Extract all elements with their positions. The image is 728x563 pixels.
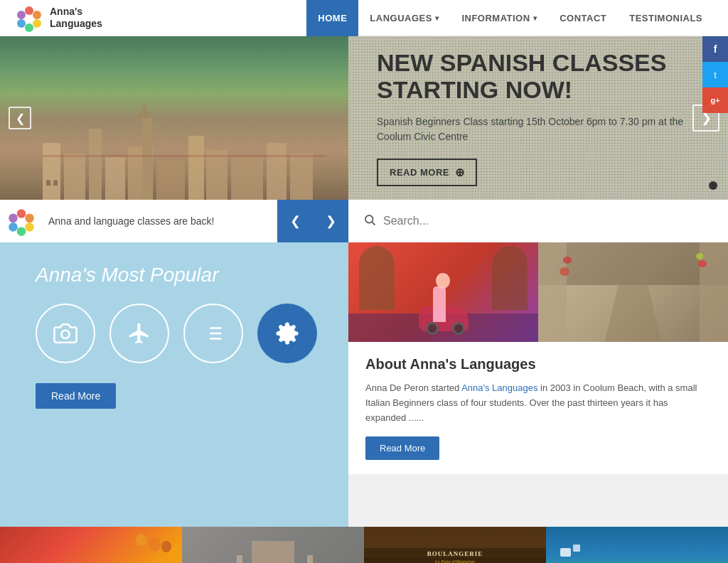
svg-point-5 <box>17 11 26 19</box>
svg-point-8 <box>25 214 34 223</box>
googleplus-icon: g+ <box>710 96 719 104</box>
hero-title: NEW SPANISH CLASSES STARTING NOW! <box>377 50 700 103</box>
hero-dot-active[interactable] <box>709 181 717 190</box>
ticker-nav: ❮ ❯ <box>277 200 348 242</box>
twitter-button[interactable]: t <box>702 62 728 87</box>
search-icon <box>363 213 376 230</box>
ticker-prev-button[interactable]: ❮ <box>277 200 313 242</box>
svg-point-9 <box>25 222 34 232</box>
logo-text: Anna's Languages <box>50 6 102 30</box>
nav-item-languages[interactable]: LANGUAGES ▾ <box>358 0 450 36</box>
logo-icon <box>14 3 44 33</box>
svg-line-15 <box>372 222 375 225</box>
ticker-next-button[interactable]: ❯ <box>313 200 348 242</box>
bottom-gallery: BOULANGERIE Le Pain d'Hippolyte <box>0 527 728 563</box>
svg-point-4 <box>17 19 26 28</box>
popular-title: Anna's Most Popular <box>36 264 327 286</box>
bottom-image-boulangerie: BOULANGERIE Le Pain d'Hippolyte <box>364 527 546 563</box>
anna-languages-link[interactable]: Anna's Languages <box>461 382 537 393</box>
social-sidebar: f t g+ <box>702 36 728 113</box>
nav-item-testimonials[interactable]: TESTIMONIALS <box>618 0 714 36</box>
bottom-image-capri <box>546 527 728 563</box>
about-title: About Anna's Languages <box>365 356 711 372</box>
svg-point-2 <box>33 19 41 28</box>
bottom-image-architecture <box>182 527 364 563</box>
hero-content: NEW SPANISH CLASSES STARTING NOW! Spanis… <box>348 36 728 200</box>
svg-point-3 <box>25 23 33 32</box>
svg-point-10 <box>17 227 26 236</box>
plus-icon: ⊕ <box>455 166 465 179</box>
svg-point-12 <box>9 214 18 223</box>
about-text: Anna De Peron started Anna's Languages i… <box>365 381 711 425</box>
camera-circle-button[interactable] <box>36 304 95 363</box>
languages-dropdown-icon: ▾ <box>435 14 439 22</box>
twitter-icon: t <box>714 70 717 80</box>
ticker-text: Anna and language classes are back! <box>43 215 277 227</box>
ticker-search-bar: Anna and language classes are back! ❮ ❯ <box>0 200 728 242</box>
svg-point-7 <box>17 209 26 218</box>
hero-section: ❮ NEW SPANISH CLASSES STARTING NOW! Span… <box>0 36 728 200</box>
ticker-area: Anna and language classes are back! ❮ ❯ <box>0 200 348 242</box>
nav-item-contact[interactable]: CONTACT <box>548 0 618 36</box>
information-dropdown-icon: ▾ <box>533 14 537 22</box>
main-nav: HOME LANGUAGES ▾ INFORMATION ▾ CONTACT T… <box>306 0 714 36</box>
hero-subtitle: Spanish Beginners Class starting 15th Oc… <box>377 114 700 144</box>
svg-point-6 <box>26 15 33 22</box>
left-panel: Anna's Most Popular <box>0 242 348 527</box>
svg-point-14 <box>365 215 373 223</box>
gallery-top <box>348 242 728 342</box>
svg-point-11 <box>9 222 18 232</box>
hero-dots <box>709 180 717 193</box>
header: Anna's Languages HOME LANGUAGES ▾ INFORM… <box>0 0 728 36</box>
googleplus-button[interactable]: g+ <box>702 87 728 113</box>
icon-circles <box>36 304 327 363</box>
popular-read-more-button[interactable]: Read More <box>36 383 116 409</box>
nav-item-home[interactable]: HOME <box>306 0 358 36</box>
right-panel: About Anna's Languages Anna De Peron sta… <box>348 242 728 527</box>
search-input[interactable] <box>383 215 714 227</box>
hero-prev-button[interactable]: ❮ <box>9 107 31 129</box>
logo-area: Anna's Languages <box>14 3 306 33</box>
ticker-logo <box>0 200 43 242</box>
list-circle-button[interactable] <box>183 304 243 363</box>
svg-point-16 <box>61 331 69 338</box>
main-content: Anna's Most Popular <box>0 242 728 527</box>
hero-image: ❮ <box>0 36 348 200</box>
about-section: About Anna's Languages Anna De Peron sta… <box>348 342 728 474</box>
facebook-button[interactable]: f <box>702 36 728 62</box>
gear-circle-button[interactable] <box>257 304 317 363</box>
gallery-image-scooter <box>348 242 538 342</box>
about-read-more-button[interactable]: Read More <box>365 436 439 460</box>
hero-read-more-button[interactable]: READ MORE ⊕ <box>377 159 477 186</box>
bottom-image-dance <box>0 527 182 563</box>
nav-item-information[interactable]: INFORMATION ▾ <box>450 0 548 36</box>
svg-point-0 <box>25 6 33 15</box>
facebook-icon: f <box>714 43 717 55</box>
svg-point-1 <box>33 11 41 19</box>
plane-circle-button[interactable] <box>109 304 169 363</box>
search-area <box>348 200 728 242</box>
svg-point-13 <box>18 218 25 225</box>
gallery-image-street <box>538 242 728 342</box>
